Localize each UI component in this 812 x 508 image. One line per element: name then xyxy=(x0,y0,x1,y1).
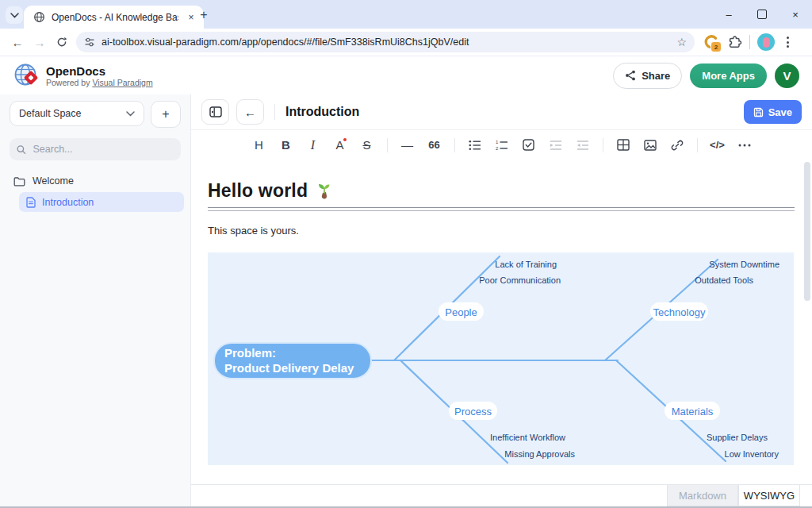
back-button[interactable]: ← xyxy=(6,31,29,53)
checkbox-icon xyxy=(523,139,534,151)
text-color-button[interactable]: A xyxy=(330,135,350,156)
editor-footer: Markdown WYSIWYG xyxy=(191,484,812,506)
save-floppy-icon xyxy=(753,107,764,117)
image-icon xyxy=(644,140,657,151)
outdent-button[interactable] xyxy=(573,135,593,156)
tab-strip: OpenDocs - AI Knowledge Base × + – × xyxy=(0,0,812,29)
link-button[interactable] xyxy=(667,135,688,156)
branch-label: Materials xyxy=(672,406,714,418)
cause-label: Supplier Delays xyxy=(707,433,768,442)
search-box[interactable] xyxy=(10,138,181,160)
forward-button[interactable]: → xyxy=(29,31,51,53)
numbered-list-button[interactable]: 1 2 xyxy=(492,135,512,156)
more-options-button[interactable] xyxy=(734,135,755,156)
branch-label: People xyxy=(445,306,477,318)
code-button[interactable]: </> xyxy=(707,135,728,156)
cause-label: Lack of Training xyxy=(495,260,557,269)
document-icon xyxy=(26,197,36,208)
tab-title: OpenDocs - AI Knowledge Base xyxy=(52,12,178,23)
link-icon xyxy=(671,139,684,152)
wysiwyg-mode-tab[interactable]: WYSIWYG xyxy=(738,485,800,506)
address-bar: ← → ai-toolbox.visual-paradigm.com/app/o… xyxy=(0,29,812,56)
indent-button[interactable] xyxy=(546,135,566,156)
tree-doc-introduction[interactable]: Introduction xyxy=(19,192,184,212)
table-button[interactable] xyxy=(613,135,634,156)
editor-scrollbar[interactable] xyxy=(804,162,810,482)
user-avatar[interactable]: V xyxy=(775,64,799,88)
browser-tab[interactable]: OpenDocs - AI Knowledge Base × xyxy=(24,6,204,29)
ellipsis-icon xyxy=(738,144,751,147)
cause-label: Missing Approvals xyxy=(504,449,575,459)
reload-icon xyxy=(56,37,67,48)
sidebar-toggle-icon xyxy=(209,106,222,117)
strikethrough-button[interactable]: S xyxy=(357,135,377,156)
powered-by: Powered by Visual Paradigm xyxy=(46,78,153,87)
save-button[interactable]: Save xyxy=(744,100,802,124)
profile-avatar[interactable] xyxy=(757,33,775,51)
space-selector[interactable]: Default Space xyxy=(10,101,144,126)
space-row: Default Space + xyxy=(0,94,190,128)
svg-text:2: 2 xyxy=(496,146,499,151)
bold-button[interactable]: B xyxy=(276,135,297,156)
markdown-mode-tab[interactable]: Markdown xyxy=(667,485,738,506)
problem-node: Problem: Product Delivery Delay xyxy=(214,343,371,379)
new-tab-button[interactable]: + xyxy=(195,6,213,24)
cause-label: Outdated Tools xyxy=(695,275,753,285)
heading-rule xyxy=(208,207,795,211)
branch-label: Technology xyxy=(653,306,706,318)
extensions-puzzle-icon[interactable] xyxy=(727,35,742,50)
blockquote-button[interactable]: 66 xyxy=(424,135,445,156)
editor-canvas[interactable]: Hello world This space is yours. xyxy=(191,160,812,484)
app-header: OpenDocs Powered by Visual Paradigm Shar… xyxy=(0,56,812,95)
visual-paradigm-link[interactable]: Visual Paradigm xyxy=(92,78,152,87)
url-field[interactable]: ai-toolbox.visual-paradigm.com/app/opend… xyxy=(76,32,695,52)
minimize-button[interactable]: – xyxy=(712,0,745,29)
scrollbar-thumb[interactable] xyxy=(804,162,810,301)
space-selector-value: Default Space xyxy=(19,108,82,119)
extension-badge: 2 xyxy=(710,41,722,52)
back-doc-button[interactable]: ← xyxy=(236,99,264,125)
app-name: OpenDocs xyxy=(46,64,153,78)
cause-labels: Lack of Training Poor Communication Syst… xyxy=(479,260,779,459)
search-icon xyxy=(17,144,26,155)
fishbone-diagram[interactable]: People Technology Process Materials Lack… xyxy=(208,252,794,465)
bullet-list-button[interactable] xyxy=(465,135,485,156)
bookmark-star-icon[interactable]: ☆ xyxy=(676,36,687,48)
reload-button[interactable] xyxy=(51,31,73,53)
extension-c-icon[interactable]: 2 xyxy=(703,33,720,51)
close-button[interactable]: × xyxy=(779,0,812,29)
tab-search-button[interactable] xyxy=(6,6,23,24)
share-button[interactable]: Share xyxy=(613,63,682,89)
more-apps-button[interactable]: More Apps xyxy=(690,64,767,88)
toggle-sidebar-button[interactable] xyxy=(201,99,229,125)
problem-line1: Problem: xyxy=(224,346,276,360)
back-arrow-icon: ← xyxy=(244,106,256,119)
browser-menu-icon[interactable] xyxy=(782,37,794,48)
doc-tree: Welcome Introduction xyxy=(0,172,190,212)
horizontal-rule-button[interactable]: — xyxy=(397,135,418,156)
editor-toolbar: H B I A S — 66 1 2 xyxy=(191,130,812,160)
search-input[interactable] xyxy=(32,143,174,156)
branch-label: Process xyxy=(454,406,492,418)
italic-button[interactable]: I xyxy=(303,135,324,156)
cause-label: Inefficient Workflow xyxy=(490,433,565,442)
main-panel: ← Introduction Save H B I A S — 66 xyxy=(191,94,812,506)
browser-window: OpenDocs - AI Knowledge Base × + – × ← → xyxy=(0,0,812,508)
maximize-button[interactable] xyxy=(745,0,779,29)
folder-label: Welcome xyxy=(33,175,74,187)
header-actions: Share More Apps V xyxy=(613,63,799,89)
chevron-down-icon xyxy=(10,13,19,18)
sidebar: Default Space + Welcome xyxy=(0,94,191,506)
doc-body: Hello world This space is yours. xyxy=(191,160,812,465)
doc-heading: Hello world xyxy=(208,180,308,202)
divider xyxy=(387,138,388,152)
tree-folder-welcome[interactable]: Welcome xyxy=(0,172,190,190)
share-label: Share xyxy=(642,70,670,82)
divider xyxy=(603,138,603,152)
add-page-button[interactable]: + xyxy=(151,101,181,128)
color-dot xyxy=(343,138,347,141)
image-button[interactable] xyxy=(640,135,661,156)
globe-favicon xyxy=(33,11,45,23)
task-list-button[interactable] xyxy=(519,135,539,156)
heading-button[interactable]: H xyxy=(249,135,270,156)
